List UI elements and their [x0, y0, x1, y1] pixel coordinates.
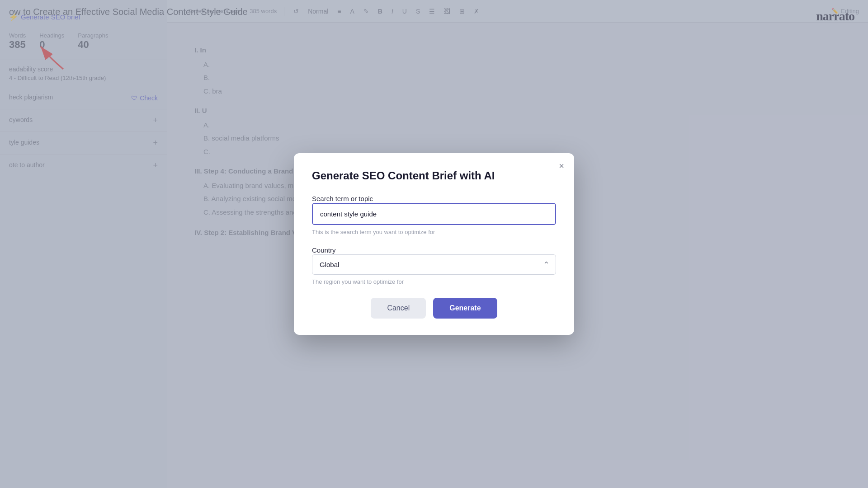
country-label: Country: [312, 246, 336, 254]
country-select-wrapper: Global United States United Kingdom Cana…: [312, 254, 556, 275]
modal-dialog: × Generate SEO Content Brief with AI Sea…: [294, 153, 574, 335]
cancel-button[interactable]: Cancel: [371, 298, 426, 319]
country-hint: The region you want to optimize for: [312, 278, 556, 285]
country-select[interactable]: Global United States United Kingdom Cana…: [312, 254, 556, 275]
search-term-input[interactable]: [312, 203, 556, 225]
modal-actions: Cancel Generate: [312, 298, 556, 319]
modal-title: Generate SEO Content Brief with AI: [312, 169, 556, 182]
generate-button[interactable]: Generate: [433, 298, 497, 319]
search-hint: This is the search term you want to opti…: [312, 229, 556, 235]
modal-close-button[interactable]: ×: [559, 161, 564, 170]
search-term-label: Search term or topic: [312, 195, 373, 202]
modal-overlay: × Generate SEO Content Brief with AI Sea…: [0, 0, 868, 488]
